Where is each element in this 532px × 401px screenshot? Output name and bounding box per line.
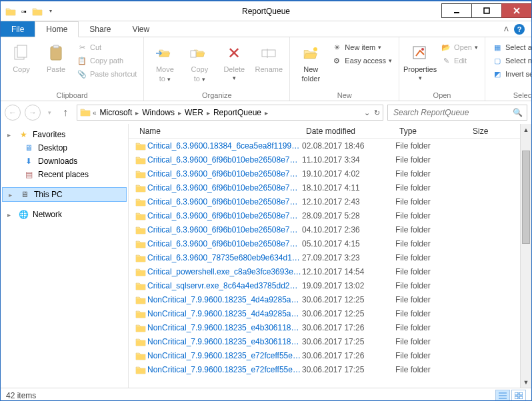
minimize-ribbon-button[interactable]: ᐱ: [504, 25, 509, 33]
chevron-right-icon[interactable]: ▸: [206, 109, 211, 117]
svg-rect-1: [484, 8, 489, 13]
copy-button[interactable]: Copy: [5, 40, 38, 91]
folder-icon: [135, 253, 147, 262]
move-to-button[interactable]: Moveto ▾: [148, 40, 181, 91]
nav-this-pc[interactable]: ▸🖥This PC: [2, 187, 127, 202]
nav-forward-button[interactable]: →: [25, 105, 41, 121]
table-row[interactable]: Critical_sqlservr.exe_8c64a4ed3785dd2e8.…: [129, 278, 520, 292]
view-details-button[interactable]: [495, 390, 510, 402]
table-row[interactable]: Critical_6.3.9600_6f96b010ebe26508e78bd.…: [129, 222, 520, 236]
new-folder-icon[interactable]: [31, 5, 43, 17]
row-name: Critical_6.3.9600_6f96b010ebe26508e78bd.…: [147, 225, 302, 234]
scroll-down-icon[interactable]: ▼: [521, 376, 531, 388]
tab-view[interactable]: View: [121, 21, 160, 37]
status-count: 42 items: [6, 391, 36, 400]
nav-back-button[interactable]: ←: [5, 105, 21, 121]
cut-button[interactable]: ✂Cut: [74, 41, 139, 53]
table-row[interactable]: Critical_6.3.9600.18384_6cea5ea8f1199a2a…: [129, 139, 520, 153]
new-item-button[interactable]: ✳New item ▾: [329, 41, 395, 53]
column-name[interactable]: Name: [135, 127, 302, 136]
minimize-button[interactable]: [441, 3, 472, 18]
search-icon[interactable]: 🔍: [513, 108, 523, 117]
table-row[interactable]: NonCritical_7.9.9600.18235_e4b3061182fe.…: [129, 320, 520, 334]
nav-history-dropdown[interactable]: ▾: [45, 105, 54, 121]
copy-icon: [11, 43, 32, 64]
column-size[interactable]: Size: [469, 127, 509, 136]
paste-shortcut-button[interactable]: 📎Paste shortcut: [74, 68, 139, 80]
status-bar: 42 items: [1, 388, 531, 401]
table-row[interactable]: NonCritical_7.9.9600.18235_e4b3061182fe.…: [129, 334, 520, 348]
invert-selection-button[interactable]: ◩Invert selection: [489, 68, 532, 80]
table-row[interactable]: NonCritical_7.9.9600.18235_4d4a9285a2d..…: [129, 292, 520, 306]
row-name: NonCritical_7.9.9600.18235_e4b3061182fe.…: [147, 337, 302, 346]
table-row[interactable]: Critical_6.3.9600_6f96b010ebe26508e78bd.…: [129, 167, 520, 181]
chevron-right-icon[interactable]: ▸: [177, 109, 182, 117]
svg-rect-7: [53, 45, 59, 48]
nav-up-button[interactable]: ↑: [58, 105, 73, 120]
new-folder-button[interactable]: Newfolder: [294, 40, 327, 91]
crumb-2[interactable]: WER: [183, 108, 205, 117]
row-type: File folder: [395, 295, 469, 304]
table-row[interactable]: Critical_6.3.9600_6f96b010ebe26508e78bd.…: [129, 208, 520, 222]
search-box[interactable]: 🔍: [387, 105, 527, 121]
row-name: Critical_6.3.9600.18384_6cea5ea8f1199a2a…: [147, 141, 302, 151]
select-all-button[interactable]: ▦Select all: [489, 41, 532, 53]
table-row[interactable]: NonCritical_7.9.9600.18235_4d4a9285a2d..…: [129, 306, 520, 320]
nav-favorites[interactable]: ▸★Favorites: [1, 128, 128, 141]
open-button[interactable]: 📂Open ▾: [438, 41, 481, 53]
table-row[interactable]: NonCritical_7.9.9600.18235_e72fceff55eae…: [129, 362, 520, 376]
refresh-button[interactable]: ↻: [374, 109, 380, 117]
copy-path-button[interactable]: 📋Copy path: [74, 55, 139, 67]
address-bar[interactable]: « Microsoft ▸ Windows ▸ WER ▸ ReportQueu…: [77, 105, 383, 121]
folder-icon: [135, 365, 147, 374]
view-icons-button[interactable]: [511, 390, 526, 402]
table-row[interactable]: Critical_6.3.9600_6f96b010ebe26508e78bd.…: [129, 195, 520, 208]
row-type: File folder: [395, 155, 469, 165]
chevron-right-icon[interactable]: ▸: [135, 109, 139, 117]
delete-button[interactable]: ✕ Delete▾: [217, 40, 251, 91]
column-date[interactable]: Date modified: [302, 127, 395, 136]
nav-downloads[interactable]: ⬇Downloads: [1, 155, 128, 168]
scroll-thumb[interactable]: [522, 151, 530, 244]
tab-file[interactable]: File: [1, 21, 35, 37]
rename-button[interactable]: Rename: [252, 40, 285, 91]
properties-icon: [409, 43, 431, 64]
properties-button[interactable]: Properties▾: [403, 40, 437, 91]
nav-recent[interactable]: ▤Recent places: [1, 168, 128, 181]
address-row: ← → ▾ ↑ « Microsoft ▸ Windows ▸ WER ▸ Re…: [1, 101, 531, 124]
crumb-1[interactable]: Windows: [141, 108, 176, 117]
row-type: File folder: [395, 281, 469, 290]
chevron-right-icon[interactable]: ▸: [264, 109, 269, 117]
tab-share[interactable]: Share: [79, 21, 121, 37]
tab-home[interactable]: Home: [35, 21, 79, 37]
address-dropdown-icon[interactable]: ⌄: [364, 109, 370, 117]
crumb-3[interactable]: ReportQueue: [212, 108, 263, 117]
vertical-scrollbar[interactable]: ▲ ▼: [520, 124, 531, 388]
paste-button[interactable]: Paste: [39, 40, 73, 91]
table-row[interactable]: NonCritical_7.9.9600.18235_e72fceff55eae…: [129, 348, 520, 362]
crumb-0[interactable]: Microsoft: [99, 108, 134, 117]
column-type[interactable]: Type: [395, 127, 469, 136]
ribbon-group-open: Properties▾ 📂Open ▾ ✎Edit Open: [399, 37, 485, 101]
search-input[interactable]: [392, 107, 499, 118]
folder-icon: [135, 211, 147, 220]
nav-network[interactable]: ▸🌐Network: [1, 208, 128, 221]
properties-icon[interactable]: ▫▪: [18, 5, 30, 17]
copy-to-button[interactable]: Copyto ▾: [183, 40, 216, 91]
close-button[interactable]: [501, 3, 532, 18]
table-row[interactable]: Critical_6.3.9600_6f96b010ebe26508e78bd.…: [129, 153, 520, 167]
scroll-up-icon[interactable]: ▲: [521, 124, 531, 135]
table-row[interactable]: Critical_6.3.9600_6f96b010ebe26508e78bd.…: [129, 236, 520, 250]
table-row[interactable]: Critical_6.3.9600_78735e680eb9e634d1221.…: [129, 250, 520, 264]
select-none-button[interactable]: ▢Select none: [489, 55, 532, 67]
easy-access-button[interactable]: ⚙Easy access ▾: [329, 55, 395, 67]
nav-desktop[interactable]: 🖥Desktop: [1, 141, 128, 155]
edit-button[interactable]: ✎Edit: [438, 55, 481, 67]
maximize-button[interactable]: [471, 3, 502, 18]
new-item-icon: ✳: [331, 42, 342, 53]
chevron-icon[interactable]: «: [92, 109, 97, 117]
qat-dropdown-icon[interactable]: ▾: [45, 5, 57, 17]
table-row[interactable]: Critical_6.3.9600_6f96b010ebe26508e78bd.…: [129, 181, 520, 195]
help-button[interactable]: ?: [514, 24, 525, 35]
table-row[interactable]: Critical_powershell.exe_c8a9e3fce3693e5.…: [129, 264, 520, 278]
